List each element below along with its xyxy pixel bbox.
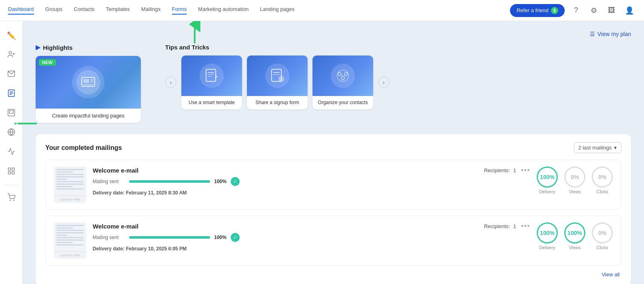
tips-next-button[interactable]: ›: [378, 77, 389, 88]
sidebar-item-dashboard[interactable]: [3, 164, 19, 180]
top-navigation: Dashboard Groups Contacts Templates Mail…: [0, 0, 644, 21]
thumb-line: [56, 169, 84, 170]
sidebar: ✏️: [0, 21, 23, 284]
stat-label-clicks-1: Clicks: [596, 245, 608, 250]
sidebar-item-web[interactable]: [3, 125, 19, 141]
mailing-name-1: Welcome e-mail: [93, 223, 138, 230]
tip-card-2[interactable]: Organize your contacts: [312, 56, 373, 109]
tip-image-2: [312, 56, 373, 96]
svg-rect-19: [8, 171, 11, 174]
thumb-line: [56, 237, 84, 238]
nav-dashboard[interactable]: Dashboard: [8, 6, 34, 15]
tip-icon-circle-1: [265, 64, 289, 88]
svg-rect-23: [83, 79, 89, 83]
highlights-section: ▶ Highlights NEW: [36, 44, 149, 123]
settings-button[interactable]: ⚙: [587, 4, 600, 17]
template-icon: [7, 109, 15, 119]
stat-label-views-0: Views: [569, 189, 580, 194]
nav-links: Dashboard Groups Contacts Templates Mail…: [8, 6, 510, 15]
notifications-button[interactable]: 🖼: [605, 4, 618, 17]
nav-templates[interactable]: Templates: [106, 6, 130, 15]
profile-button[interactable]: 👤: [623, 4, 636, 17]
view-plan-button[interactable]: ☰ View my plan: [590, 31, 631, 37]
contact-add-icon: [7, 50, 15, 60]
highlights-arrow-icon: ▶: [36, 44, 40, 51]
progress-bar-1: [129, 236, 210, 239]
mailing-stats-0: 100% Delivery 0% Views 0% Clicks: [537, 167, 613, 194]
progress-row-1: Mailing sent 100% ✓: [93, 233, 530, 242]
view-all-button[interactable]: View all: [601, 271, 620, 278]
tip-card-1[interactable]: Share a signup form: [247, 56, 308, 109]
highlight-card[interactable]: NEW: [36, 56, 141, 123]
stat-circle-clicks-0: 0% Clicks: [592, 167, 613, 194]
svg-point-27: [88, 86, 89, 88]
dashboard-icon: [7, 167, 15, 177]
tips-title: Tips and Tricks: [165, 44, 631, 51]
thumb-line: [56, 230, 84, 231]
sidebar-item-edit[interactable]: ✏️: [3, 28, 19, 44]
help-button[interactable]: ?: [570, 4, 582, 17]
new-badge: NEW: [39, 59, 56, 66]
top-section: ▶ Highlights NEW: [36, 44, 631, 123]
mailing-more-button-1[interactable]: •••: [521, 222, 530, 230]
thumb-line: [56, 186, 73, 187]
tip-image-1: [247, 56, 308, 96]
svg-rect-13: [9, 111, 13, 113]
delivery-date-0: Delivery date: February 11, 2025 8:30 AM: [93, 190, 530, 196]
mailing-title-row-1: Welcome e-mail Recipients: 1 •••: [93, 222, 530, 230]
nav-contacts[interactable]: Contacts: [74, 6, 94, 15]
thumb-line: [56, 176, 84, 177]
filter-chevron-icon: ▾: [614, 145, 617, 151]
svg-point-21: [13, 200, 14, 201]
sidebar-item-contacts[interactable]: [3, 47, 19, 63]
check-icon-0: ✓: [231, 177, 240, 186]
view-plan-bar: ☰ View my plan: [36, 31, 631, 37]
sidebar-item-shop[interactable]: [3, 190, 19, 206]
progress-bar-container-0: [129, 180, 210, 183]
circle-ring-clicks-1: 0%: [592, 222, 613, 243]
sidebar-item-stats[interactable]: [3, 144, 19, 160]
mailing-more-button-0[interactable]: •••: [521, 167, 530, 174]
dollar-icon: $: [551, 7, 558, 14]
sidebar-item-mail[interactable]: [3, 66, 19, 83]
thumb-line: [56, 232, 84, 233]
mailing-title-row-0: Welcome e-mail Recipients: 1 •••: [93, 167, 530, 174]
svg-rect-17: [12, 168, 14, 170]
nav-forms[interactable]: Forms: [172, 6, 187, 15]
tips-prev-button[interactable]: ‹: [165, 77, 176, 88]
refer-friend-button[interactable]: Refer a friend $: [510, 4, 565, 17]
mailings-filter-button[interactable]: 2 last mailings ▾: [574, 142, 621, 153]
progress-bar-0: [129, 180, 210, 183]
stat-label-delivery-1: Delivery: [539, 245, 555, 250]
progress-label-0: Mailing sent: [93, 179, 125, 184]
mailing-recipients-1: Recipients: 1: [484, 223, 516, 229]
mailing-name-0: Welcome e-mail: [93, 167, 138, 174]
thumb-logo-0: LOGOTYPE: [54, 196, 86, 203]
globe-icon: [7, 128, 15, 138]
progress-pct-0: 100%: [214, 179, 227, 184]
nav-groups[interactable]: Groups: [45, 6, 63, 15]
thumb-line: [56, 225, 84, 226]
thumb-line: [56, 181, 84, 182]
stat-circle-clicks-1: 0% Clicks: [592, 222, 613, 250]
mailing-card-1: LOGOTYPE Welcome e-mail Recipients: 1 ••…: [45, 216, 621, 266]
circle-ring-delivery-0: 100%: [537, 167, 558, 188]
svg-point-40: [344, 73, 348, 76]
tips-cards: ‹: [165, 56, 631, 109]
mailing-thumbnail-0: LOGOTYPE: [54, 167, 86, 203]
stat-circle-views-1: 100% Views: [564, 222, 585, 250]
thumb-line: [56, 244, 84, 246]
sidebar-item-documents[interactable]: [3, 86, 19, 102]
tip-label-1: Share a signup form: [247, 96, 308, 109]
tip-label-0: Use a smart template: [181, 96, 242, 109]
mailings-header: Your completed mailings 2 last mailings …: [45, 142, 621, 153]
circle-ring-views-0: 0%: [564, 167, 585, 188]
thumb-line: [56, 227, 73, 228]
thumb-line: [56, 188, 84, 190]
sidebar-item-template[interactable]: [3, 105, 19, 122]
circle-ring-delivery-1: 100%: [537, 222, 558, 243]
nav-mailings[interactable]: Mailings: [141, 6, 161, 15]
nav-marketing-automation[interactable]: Marketing automation: [198, 6, 249, 15]
tip-card-0[interactable]: Use a smart template: [181, 56, 242, 109]
nav-landing-pages[interactable]: Landing pages: [260, 6, 294, 15]
